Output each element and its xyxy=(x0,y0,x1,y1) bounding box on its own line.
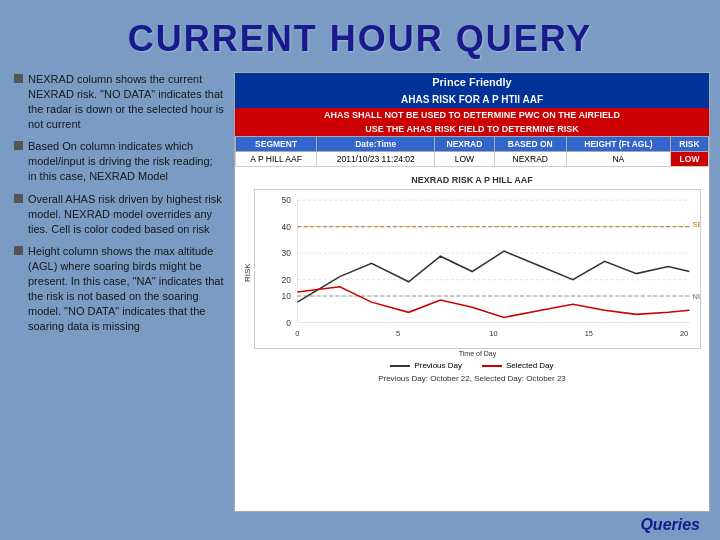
chart-panel: Prince Friendly AHAS RISK FOR A P HTII A… xyxy=(234,72,710,512)
legend-prev-label: Previous Day xyxy=(414,361,462,370)
bullet-text-1: NEXRAD column shows the current NEXRAD r… xyxy=(28,72,224,131)
cell-height: NA xyxy=(566,152,670,167)
graph-area: NEXRAD RISK A P HILL AAF RISK xyxy=(235,167,709,511)
graph-title: NEXRAD RISK A P HILL AAF xyxy=(243,175,701,185)
svg-text:20: 20 xyxy=(282,275,292,285)
svg-text:20: 20 xyxy=(680,329,688,338)
svg-text:5: 5 xyxy=(396,329,400,338)
svg-text:0: 0 xyxy=(295,329,299,338)
list-item: Height column shows the max altitude (AG… xyxy=(14,244,224,333)
svg-text:15: 15 xyxy=(585,329,593,338)
svg-text:40: 40 xyxy=(282,222,292,232)
list-item: NEXRAD column shows the current NEXRAD r… xyxy=(14,72,224,131)
x-axis-label: Time of Day xyxy=(254,350,701,357)
queries-label: Queries xyxy=(640,516,700,534)
y-axis-label: RISK xyxy=(243,189,252,357)
col-risk: RISK xyxy=(671,137,709,152)
svg-text:0: 0 xyxy=(286,318,291,328)
legend-prev-line xyxy=(390,365,410,367)
legend-sel-label: Selected Day xyxy=(506,361,554,370)
bullet-list: NEXRAD column shows the current NEXRAD r… xyxy=(14,72,224,512)
chart-header: Prince Friendly xyxy=(235,73,709,91)
svg-text:10: 10 xyxy=(282,291,292,301)
svg-text:50: 50 xyxy=(282,195,292,205)
legend-previous: Previous Day xyxy=(390,361,462,370)
chart-warning-2: USE THE AHAS RISK FIELD TO DETERMINE RIS… xyxy=(235,122,709,136)
main-content: NEXRAD column shows the current NEXRAD r… xyxy=(0,72,720,512)
col-height: HEIGHT (Ft AGL) xyxy=(566,137,670,152)
cell-datetime: 2011/10/23 11:24:02 xyxy=(317,152,435,167)
bullet-icon xyxy=(14,246,23,255)
legend-area: Previous Day Selected Day xyxy=(243,357,701,372)
legend-sel-line xyxy=(482,365,502,367)
col-nexrad: NEXRAD xyxy=(435,137,495,152)
chart-subheader: AHAS RISK FOR A P HTII AAF xyxy=(235,91,709,108)
bullet-text-2: Based On column indicates which model/in… xyxy=(28,139,224,184)
cell-nexrad: LOW xyxy=(435,152,495,167)
cell-risk: LOW xyxy=(671,152,709,167)
bullet-icon xyxy=(14,194,23,203)
bullet-icon xyxy=(14,141,23,150)
graph-container: 50 40 30 20 10 0 0 5 10 15 20 xyxy=(254,189,701,349)
data-table: SEGMENT Date:Time NEXRAD BASED ON HEIGHT… xyxy=(235,136,709,167)
bullet-icon xyxy=(14,74,23,83)
svg-text:10: 10 xyxy=(489,329,497,338)
legend-selected: Selected Day xyxy=(482,361,554,370)
col-segment: SEGMENT xyxy=(236,137,317,152)
graph-svg: 50 40 30 20 10 0 0 5 10 15 20 xyxy=(255,190,700,348)
bullet-text-4: Height column shows the max altitude (AG… xyxy=(28,244,224,333)
cell-basedon: NEXRAD xyxy=(494,152,566,167)
col-basedon: BASED ON xyxy=(494,137,566,152)
svg-text:30: 30 xyxy=(282,248,292,258)
date-row: Previous Day: October 22, Selected Day: … xyxy=(243,372,701,385)
page-title: CURRENT HOUR QUERY xyxy=(0,0,720,72)
svg-text:SEVERE: SEVERE xyxy=(693,220,700,229)
svg-text:NULL-AIL: NULL-AIL xyxy=(693,292,700,301)
list-item: Overall AHAS risk driven by highest risk… xyxy=(14,192,224,237)
col-datetime: Date:Time xyxy=(317,137,435,152)
list-item: Based On column indicates which model/in… xyxy=(14,139,224,184)
bullet-text-3: Overall AHAS risk driven by highest risk… xyxy=(28,192,224,237)
table-row: A P HILL AAF 2011/10/23 11:24:02 LOW NEX… xyxy=(236,152,709,167)
cell-segment: A P HILL AAF xyxy=(236,152,317,167)
chart-warning-1: AHAS SHALL NOT BE USED TO DETERMINE PWC … xyxy=(235,108,709,122)
